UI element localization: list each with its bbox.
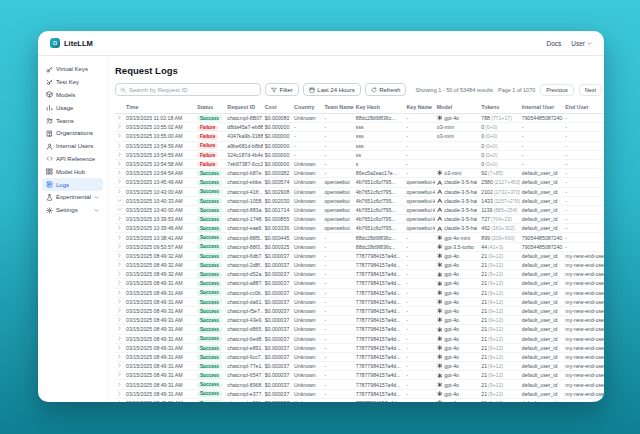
- chevron-right-icon[interactable]: [117, 179, 122, 184]
- table-row[interactable]: 03/15/2025 10:43:00 AMSuccesschatcmpl-41…: [115, 187, 604, 196]
- table-row[interactable]: 03/15/2025 11:02:18 AMSuccesschatcmpl-8B…: [115, 114, 604, 123]
- table-row[interactable]: 03/15/2025 08:49:31 AMSuccesschatcmpl-a5…: [115, 398, 604, 402]
- search-input[interactable]: [129, 87, 256, 93]
- table-row[interactable]: 03/15/2025 08:49:31 AMSuccesschatcmpl-a8…: [115, 279, 604, 288]
- sidebar-item-organizations[interactable]: Organizations: [42, 127, 103, 140]
- table-row[interactable]: 03/15/2025 08:49:31 AMSuccesschatcmpl-6c…: [115, 352, 604, 361]
- chevron-right-icon[interactable]: [117, 262, 122, 267]
- chevron-right-icon[interactable]: [117, 308, 122, 313]
- status-badge: Success: [197, 327, 222, 333]
- key-name: -: [406, 262, 408, 268]
- chevron-right-icon[interactable]: [117, 152, 122, 157]
- docs-link[interactable]: Docs: [546, 40, 561, 47]
- sidebar-item-logs[interactable]: Logs: [42, 178, 103, 191]
- table-row[interactable]: 03/15/2025 10:40:33 AMSuccesschatcmpl-10…: [115, 196, 604, 205]
- chevron-right-icon[interactable]: [117, 336, 122, 341]
- chevron-right-icon[interactable]: [117, 225, 122, 230]
- chevron-right-icon[interactable]: [117, 382, 122, 387]
- chevron-right-icon[interactable]: [117, 290, 122, 295]
- chevron-right-icon[interactable]: [117, 354, 122, 359]
- chevron-right-icon[interactable]: [117, 189, 122, 194]
- table-row[interactable]: 03/15/2025 08:49:31 AMSuccesschatcmpl-da…: [115, 297, 604, 306]
- table-row[interactable]: 03/15/2025 10:39:46 AMSuccesschatcmpl-ea…: [115, 224, 604, 233]
- chevron-right-icon[interactable]: [117, 115, 122, 120]
- key-hash: 77877984157a4d...: [356, 363, 401, 369]
- chevron-right-icon[interactable]: [117, 372, 122, 377]
- status-badge: Failure: [197, 161, 218, 167]
- chevron-right-icon[interactable]: [117, 317, 122, 322]
- table-row[interactable]: 03/15/2025 08:49:31 AMSuccesschatcmpl-e8…: [115, 343, 604, 352]
- chevron-down-icon[interactable]: [117, 207, 122, 212]
- table-row[interactable]: 03/15/2025 08:49:32 AMSuccesschatcmpl-2d…: [115, 261, 604, 270]
- chevron-right-icon[interactable]: [117, 271, 122, 276]
- status-badge: Success: [197, 299, 222, 305]
- country-value: Unknown: [294, 115, 316, 121]
- table-row[interactable]: 03/15/2025 08:49:31 AMSuccesschatcmpl-d8…: [115, 325, 604, 334]
- openai-icon: [437, 354, 443, 360]
- sidebar-item-experimental[interactable]: Experimental: [42, 191, 103, 204]
- tokens-total: 92: [481, 170, 487, 176]
- log-time: 03/15/2025 10:39:46 AM: [126, 225, 183, 231]
- time-range-button[interactable]: Last 24 Hours: [303, 83, 361, 96]
- filter-button[interactable]: Filter: [265, 83, 299, 96]
- table-row[interactable]: 03/15/2025 10:54:54 AMSuccesschatcmpl-b8…: [115, 169, 604, 178]
- refresh-button[interactable]: Refresh: [365, 83, 407, 96]
- table-row[interactable]: 03/15/2025 08:49:31 AMSuccesschatcmpl-77…: [115, 362, 604, 371]
- internal-user: default_user_id: [522, 198, 557, 204]
- table-row[interactable]: 03/15/2025 10:55:02 AMFailured8da45a7-eb…: [115, 123, 604, 132]
- table-row[interactable]: 03/15/2025 09:53:57 AMSuccesschatcmpl-88…: [115, 242, 604, 251]
- table-row[interactable]: 03/15/2025 08:49:31 AMSuccesschatcmpl-65…: [115, 371, 604, 380]
- chevron-right-icon[interactable]: [117, 391, 122, 396]
- chevron-right-icon[interactable]: [117, 326, 122, 331]
- sidebar-item-internal-users[interactable]: Internal Users: [42, 140, 103, 153]
- sidebar-item-model-hub[interactable]: Model Hub: [42, 165, 103, 178]
- sidebar-item-api-reference[interactable]: API Reference: [42, 153, 103, 166]
- cost-value: $0.000000: [265, 161, 290, 167]
- table-row[interactable]: 03/15/2025 08:49:31 AMSuccesschatcmpl-89…: [115, 380, 604, 389]
- chevron-right-icon[interactable]: [117, 299, 122, 304]
- model-name: gpt-4o-mini: [444, 235, 470, 241]
- user-menu[interactable]: User: [571, 40, 592, 47]
- table-row[interactable]: 03/15/2025 08:49:32 AMSuccesschatcmpl-d5…: [115, 270, 604, 279]
- table-row[interactable]: 03/15/2025 10:38:41 AMSuccesschatcmpl-88…: [115, 233, 604, 242]
- previous-page-button[interactable]: Previous: [540, 84, 573, 96]
- log-time: 03/15/2025 10:40:33 AM: [126, 198, 183, 204]
- chevron-down-icon[interactable]: [117, 198, 122, 203]
- sidebar-item-models[interactable]: Models: [42, 89, 103, 102]
- table-row[interactable]: 03/15/2025 08:49:31 AMSuccesschatcmpl-cc…: [115, 288, 604, 297]
- chevron-right-icon[interactable]: [117, 235, 122, 240]
- chevron-right-icon[interactable]: [117, 170, 122, 175]
- filter-icon: [271, 87, 277, 93]
- sidebar-item-virtual-keys[interactable]: Virtual Keys: [42, 63, 103, 76]
- chevron-right-icon[interactable]: [117, 253, 122, 258]
- chevron-right-icon[interactable]: [117, 161, 122, 166]
- chevron-right-icon[interactable]: [117, 345, 122, 350]
- table-row[interactable]: 03/15/2025 10:39:53 AMSuccesschatcmpl-17…: [115, 215, 604, 224]
- sidebar-item-settings[interactable]: Settings: [42, 204, 103, 217]
- table-row[interactable]: 03/15/2025 10:54:59 AMFailure324c187d-4b…: [115, 150, 604, 159]
- table-row[interactable]: 03/15/2025 08:49:31 AMSuccesschatcmpl-e3…: [115, 389, 604, 398]
- next-page-button[interactable]: Next: [579, 84, 602, 96]
- table-row[interactable]: 03/15/2025 08:49:31 AMSuccesschatcmpl-6e…: [115, 334, 604, 343]
- table-row[interactable]: 03/15/2025 08:49:31 AMSuccesschatcmpl-43…: [115, 316, 604, 325]
- table-row[interactable]: 03/15/2025 10:45:49 AMSuccesschatcmpl-eb…: [115, 178, 604, 187]
- chevron-right-icon[interactable]: [117, 143, 122, 148]
- chevron-right-icon[interactable]: [117, 216, 122, 221]
- table-row[interactable]: 03/15/2025 10:40:00 AMSuccesschatcmpl-88…: [115, 205, 604, 214]
- chevron-right-icon[interactable]: [117, 244, 122, 249]
- country-value: Unknown: [294, 326, 316, 332]
- table-row[interactable]: 03/15/2025 10:54:58 AMFailure7eb67387-6c…: [115, 159, 604, 168]
- chevron-right-icon[interactable]: [117, 400, 122, 402]
- table-row[interactable]: 03/15/2025 10:55:00 AMFailure4347ka9b-31…: [115, 132, 604, 141]
- sidebar-item-label: Usage: [56, 105, 73, 111]
- table-row[interactable]: 03/15/2025 10:54:59 AMFailurea9be681d-b8…: [115, 141, 604, 150]
- chevron-right-icon[interactable]: [117, 363, 122, 368]
- sidebar-item-usage[interactable]: Usage: [42, 101, 103, 114]
- chevron-right-icon[interactable]: [117, 133, 122, 138]
- chevron-right-icon[interactable]: [117, 124, 122, 129]
- table-row[interactable]: 03/15/2025 08:49:32 AMSuccesschatcmpl-6d…: [115, 251, 604, 260]
- table-row[interactable]: 03/15/2025 08:49:31 AMSuccesschatcmpl-f5…: [115, 306, 604, 315]
- sidebar-item-test-key[interactable]: Test Key: [42, 76, 103, 89]
- sidebar-item-teams[interactable]: Teams: [42, 114, 103, 127]
- chevron-right-icon[interactable]: [117, 280, 122, 285]
